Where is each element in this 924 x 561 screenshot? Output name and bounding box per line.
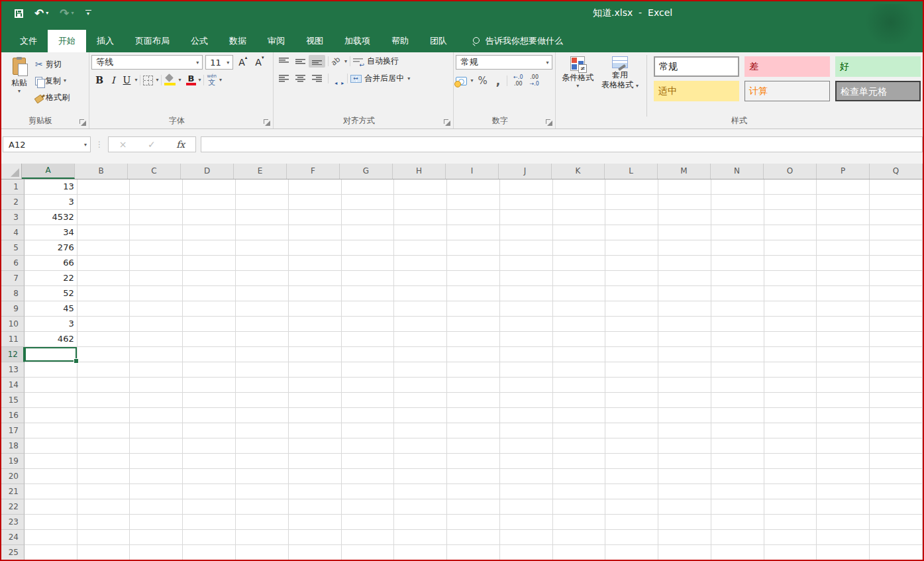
cell-J8[interactable] — [500, 286, 553, 301]
cell-E24[interactable] — [236, 530, 289, 545]
bold-button[interactable]: B — [91, 74, 107, 87]
wrap-text-button[interactable]: 自动换行 — [353, 56, 399, 67]
formula-bar-resize-handle[interactable]: ⋮ — [91, 140, 108, 149]
cell-O2[interactable] — [764, 195, 817, 210]
cell-P11[interactable] — [817, 332, 870, 347]
cell-K2[interactable] — [553, 195, 606, 210]
cell-C3[interactable] — [130, 210, 183, 225]
cell-D7[interactable] — [183, 271, 236, 286]
cell-I12[interactable] — [447, 347, 500, 362]
row-header-16[interactable]: 16 — [1, 408, 25, 423]
cell-K9[interactable] — [553, 301, 606, 317]
cell-A13[interactable] — [25, 362, 77, 378]
cell-K8[interactable] — [553, 286, 606, 301]
cell-Q3[interactable] — [870, 210, 923, 225]
cell-D1[interactable] — [183, 179, 236, 195]
row-header-9[interactable]: 9 — [1, 301, 25, 317]
decrease-indent-button[interactable]: ◂ — [331, 76, 338, 81]
cell-A5[interactable]: 276 — [25, 240, 77, 256]
cell-M2[interactable] — [658, 195, 711, 210]
increase-font-size-button[interactable]: A▴ — [236, 57, 250, 68]
cell-I21[interactable] — [447, 484, 500, 499]
cell-I15[interactable] — [447, 393, 500, 408]
cell-H24[interactable] — [394, 530, 447, 545]
cell-G24[interactable] — [342, 530, 395, 545]
cell-K14[interactable] — [553, 378, 606, 393]
number-format-combo[interactable]: 常规 ▾ — [456, 55, 552, 70]
orientation-caret-icon[interactable]: ▾ — [344, 59, 347, 64]
cell-P12[interactable] — [817, 347, 870, 362]
cell-H14[interactable] — [394, 378, 447, 393]
cell-O5[interactable] — [764, 240, 817, 256]
cell-P17[interactable] — [817, 423, 870, 438]
cell-C25[interactable] — [130, 545, 183, 560]
cell-E21[interactable] — [236, 484, 289, 499]
cell-A16[interactable] — [25, 408, 77, 423]
cell-J16[interactable] — [500, 408, 553, 423]
cell-D12[interactable] — [183, 347, 236, 362]
cell-C2[interactable] — [130, 195, 183, 210]
cell-H1[interactable] — [394, 179, 447, 195]
cell-F1[interactable] — [289, 179, 342, 195]
column-header-B[interactable]: B — [75, 164, 128, 179]
cell-H7[interactable] — [394, 271, 447, 286]
cell-K20[interactable] — [553, 469, 606, 484]
column-header-P[interactable]: P — [817, 164, 870, 179]
column-header-Q[interactable]: Q — [870, 164, 923, 179]
cell-M3[interactable] — [658, 210, 711, 225]
cell-B20[interactable] — [77, 469, 130, 484]
font-color-caret-icon[interactable]: ▾ — [198, 77, 201, 83]
cell-G16[interactable] — [342, 408, 395, 423]
cell-C7[interactable] — [130, 271, 183, 286]
number-format-caret-icon[interactable]: ▾ — [542, 60, 552, 66]
cell-N3[interactable] — [711, 210, 764, 225]
cell-G13[interactable] — [342, 362, 395, 378]
cell-O17[interactable] — [764, 423, 817, 438]
cell-G11[interactable] — [342, 332, 395, 347]
cell-L6[interactable] — [605, 256, 658, 271]
cell-Q9[interactable] — [870, 301, 923, 317]
underline-caret-icon[interactable]: ▾ — [134, 77, 137, 83]
cell-O11[interactable] — [764, 332, 817, 347]
cell-N19[interactable] — [711, 454, 764, 469]
cell-O9[interactable] — [764, 301, 817, 317]
cell-K13[interactable] — [553, 362, 606, 378]
cell-F11[interactable] — [289, 332, 342, 347]
cell-B7[interactable] — [77, 271, 130, 286]
cell-A12[interactable] — [25, 347, 77, 362]
increase-indent-button[interactable]: ▸ — [338, 76, 344, 81]
cell-A11[interactable]: 462 — [25, 332, 77, 347]
cell-J12[interactable] — [500, 347, 553, 362]
cell-G6[interactable] — [342, 256, 395, 271]
cell-G9[interactable] — [342, 301, 395, 317]
cell-I3[interactable] — [447, 210, 500, 225]
merge-caret-icon[interactable]: ▾ — [407, 76, 410, 81]
cell-N24[interactable] — [711, 530, 764, 545]
cell-C8[interactable] — [130, 286, 183, 301]
cell-P10[interactable] — [817, 317, 870, 332]
cell-N18[interactable] — [711, 438, 764, 454]
cell-A22[interactable] — [25, 499, 77, 515]
cell-F7[interactable] — [289, 271, 342, 286]
cell-M1[interactable] — [658, 179, 711, 195]
cell-O14[interactable] — [764, 378, 817, 393]
cell-G17[interactable] — [342, 423, 395, 438]
cell-A23[interactable] — [25, 515, 77, 530]
formula-input[interactable] — [201, 136, 923, 152]
cell-style-检查单元格[interactable]: 检查单元格 — [835, 81, 921, 101]
cell-O4[interactable] — [764, 225, 817, 240]
cell-P19[interactable] — [817, 454, 870, 469]
cell-M17[interactable] — [658, 423, 711, 438]
cell-A9[interactable]: 45 — [25, 301, 77, 317]
cell-J10[interactable] — [500, 317, 553, 332]
copy-caret-icon[interactable]: ▾ — [64, 78, 66, 83]
cell-K7[interactable] — [553, 271, 606, 286]
row-header-7[interactable]: 7 — [1, 271, 25, 286]
cell-N10[interactable] — [711, 317, 764, 332]
tab-开始[interactable]: 开始 — [48, 30, 86, 52]
cell-N6[interactable] — [711, 256, 764, 271]
row-header-22[interactable]: 22 — [1, 499, 25, 515]
cell-P6[interactable] — [817, 256, 870, 271]
cell-O19[interactable] — [764, 454, 817, 469]
cell-F4[interactable] — [289, 225, 342, 240]
